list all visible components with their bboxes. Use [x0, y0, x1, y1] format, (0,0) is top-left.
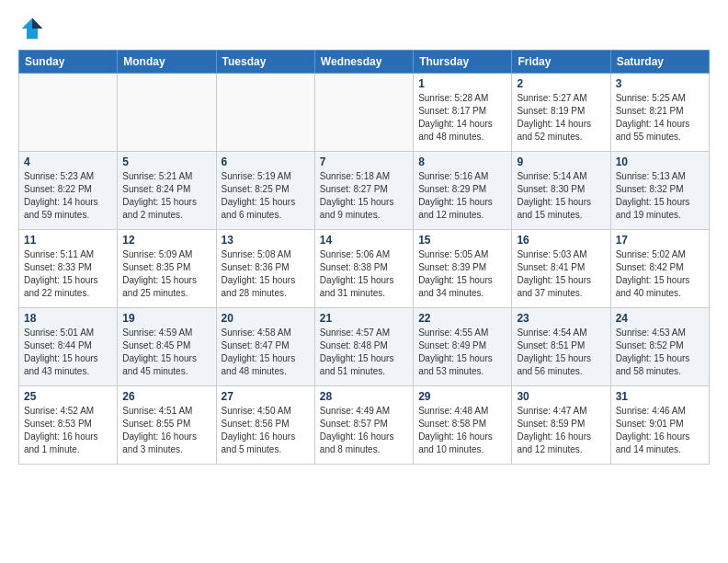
day-info: Sunrise: 4:48 AM Sunset: 8:58 PM Dayligh…: [418, 405, 506, 456]
day-number: 4: [24, 155, 112, 168]
day-info: Sunrise: 5:01 AM Sunset: 8:44 PM Dayligh…: [24, 327, 112, 378]
day-info: Sunrise: 5:05 AM Sunset: 8:39 PM Dayligh…: [418, 248, 506, 300]
day-number: 7: [320, 155, 408, 168]
day-number: 20: [222, 312, 310, 325]
calendar-cell: 18Sunrise: 5:01 AM Sunset: 8:44 PM Dayli…: [19, 308, 118, 386]
day-number: 15: [418, 234, 506, 247]
calendar-cell: 11Sunrise: 5:11 AM Sunset: 8:33 PM Dayli…: [19, 230, 118, 308]
day-number: 22: [418, 312, 506, 325]
weekday-header-wednesday: Wednesday: [314, 51, 413, 74]
calendar-cell: 16Sunrise: 5:03 AM Sunset: 8:41 PM Dayli…: [512, 230, 610, 308]
calendar-cell: [118, 74, 216, 152]
day-info: Sunrise: 4:53 AM Sunset: 8:52 PM Dayligh…: [616, 327, 704, 378]
day-number: 14: [320, 234, 408, 247]
day-info: Sunrise: 5:02 AM Sunset: 8:42 PM Dayligh…: [616, 248, 704, 300]
day-info: Sunrise: 5:25 AM Sunset: 8:21 PM Dayligh…: [616, 92, 704, 144]
weekday-header-monday: Monday: [118, 51, 216, 74]
calendar-cell: 7Sunrise: 5:18 AM Sunset: 8:27 PM Daylig…: [314, 152, 413, 230]
calendar-cell: 3Sunrise: 5:25 AM Sunset: 8:21 PM Daylig…: [610, 74, 709, 152]
day-info: Sunrise: 4:47 AM Sunset: 8:59 PM Dayligh…: [517, 405, 605, 456]
day-info: Sunrise: 5:03 AM Sunset: 8:41 PM Dayligh…: [517, 248, 605, 300]
weekday-header-friday: Friday: [512, 51, 610, 74]
calendar-cell: 31Sunrise: 4:46 AM Sunset: 9:01 PM Dayli…: [610, 386, 709, 465]
day-number: 11: [24, 234, 112, 247]
calendar-cell: 23Sunrise: 4:54 AM Sunset: 8:51 PM Dayli…: [512, 308, 610, 386]
calendar-cell: 22Sunrise: 4:55 AM Sunset: 8:49 PM Dayli…: [414, 308, 512, 386]
day-number: 26: [122, 390, 210, 403]
calendar-cell: 17Sunrise: 5:02 AM Sunset: 8:42 PM Dayli…: [610, 230, 709, 308]
day-info: Sunrise: 4:49 AM Sunset: 8:57 PM Dayligh…: [320, 405, 408, 456]
day-info: Sunrise: 5:13 AM Sunset: 8:32 PM Dayligh…: [616, 170, 704, 222]
week-row-4: 18Sunrise: 5:01 AM Sunset: 8:44 PM Dayli…: [19, 308, 710, 386]
day-info: Sunrise: 4:54 AM Sunset: 8:51 PM Dayligh…: [517, 327, 605, 378]
day-info: Sunrise: 5:23 AM Sunset: 8:22 PM Dayligh…: [24, 170, 112, 222]
calendar-cell: 10Sunrise: 5:13 AM Sunset: 8:32 PM Dayli…: [610, 152, 709, 230]
day-number: 29: [418, 390, 506, 403]
calendar-cell: 2Sunrise: 5:27 AM Sunset: 8:19 PM Daylig…: [512, 74, 610, 152]
day-number: 30: [517, 390, 605, 403]
calendar-cell: 9Sunrise: 5:14 AM Sunset: 8:30 PM Daylig…: [512, 152, 610, 230]
calendar-cell: 19Sunrise: 4:59 AM Sunset: 8:45 PM Dayli…: [118, 308, 216, 386]
calendar-cell: [19, 74, 118, 152]
day-number: 12: [122, 234, 210, 247]
day-number: 27: [222, 390, 310, 403]
weekday-header-tuesday: Tuesday: [216, 51, 314, 74]
day-number: 19: [122, 312, 210, 325]
calendar-cell: [216, 74, 314, 152]
day-info: Sunrise: 4:46 AM Sunset: 9:01 PM Dayligh…: [616, 405, 704, 456]
day-number: 25: [24, 390, 112, 403]
calendar-cell: 21Sunrise: 4:57 AM Sunset: 8:48 PM Dayli…: [314, 308, 413, 386]
weekday-header-sunday: Sunday: [19, 51, 118, 74]
calendar-cell: [314, 74, 413, 152]
logo: [18, 15, 50, 42]
day-number: 21: [320, 312, 408, 325]
day-info: Sunrise: 5:28 AM Sunset: 8:17 PM Dayligh…: [418, 92, 506, 144]
calendar-cell: 25Sunrise: 4:52 AM Sunset: 8:53 PM Dayli…: [19, 386, 118, 465]
calendar-cell: 8Sunrise: 5:16 AM Sunset: 8:29 PM Daylig…: [414, 152, 512, 230]
calendar-cell: 4Sunrise: 5:23 AM Sunset: 8:22 PM Daylig…: [19, 152, 118, 230]
day-info: Sunrise: 4:59 AM Sunset: 8:45 PM Dayligh…: [122, 327, 210, 378]
day-number: 13: [222, 234, 310, 247]
day-number: 9: [517, 155, 605, 168]
day-number: 17: [616, 234, 704, 247]
calendar-cell: 24Sunrise: 4:53 AM Sunset: 8:52 PM Dayli…: [610, 308, 709, 386]
calendar-cell: 1Sunrise: 5:28 AM Sunset: 8:17 PM Daylig…: [414, 74, 512, 152]
calendar-cell: 20Sunrise: 4:58 AM Sunset: 8:47 PM Dayli…: [216, 308, 314, 386]
day-number: 31: [616, 390, 704, 403]
day-number: 24: [616, 312, 704, 325]
week-row-5: 25Sunrise: 4:52 AM Sunset: 8:53 PM Dayli…: [19, 386, 710, 465]
day-number: 1: [418, 77, 506, 90]
day-info: Sunrise: 4:51 AM Sunset: 8:55 PM Dayligh…: [122, 405, 210, 456]
calendar-cell: 15Sunrise: 5:05 AM Sunset: 8:39 PM Dayli…: [414, 230, 512, 308]
day-info: Sunrise: 5:21 AM Sunset: 8:24 PM Dayligh…: [122, 170, 210, 222]
day-number: 16: [517, 234, 605, 247]
page-header: [18, 15, 710, 42]
calendar-table: SundayMondayTuesdayWednesdayThursdayFrid…: [18, 50, 710, 465]
weekday-header-thursday: Thursday: [414, 51, 512, 74]
day-number: 8: [418, 155, 506, 168]
day-info: Sunrise: 5:06 AM Sunset: 8:38 PM Dayligh…: [320, 248, 408, 300]
day-info: Sunrise: 5:14 AM Sunset: 8:30 PM Dayligh…: [517, 170, 605, 222]
calendar-cell: 30Sunrise: 4:47 AM Sunset: 8:59 PM Dayli…: [512, 386, 610, 465]
day-number: 10: [616, 155, 704, 168]
day-info: Sunrise: 5:16 AM Sunset: 8:29 PM Dayligh…: [418, 170, 506, 222]
day-info: Sunrise: 5:19 AM Sunset: 8:25 PM Dayligh…: [222, 170, 310, 222]
calendar-cell: 26Sunrise: 4:51 AM Sunset: 8:55 PM Dayli…: [118, 386, 216, 465]
day-number: 23: [517, 312, 605, 325]
logo-icon: [18, 15, 46, 42]
weekday-header-row: SundayMondayTuesdayWednesdayThursdayFrid…: [19, 51, 710, 74]
day-info: Sunrise: 5:18 AM Sunset: 8:27 PM Dayligh…: [320, 170, 408, 222]
day-info: Sunrise: 5:11 AM Sunset: 8:33 PM Dayligh…: [24, 248, 112, 300]
week-row-1: 1Sunrise: 5:28 AM Sunset: 8:17 PM Daylig…: [19, 74, 710, 152]
day-number: 5: [122, 155, 210, 168]
week-row-3: 11Sunrise: 5:11 AM Sunset: 8:33 PM Dayli…: [19, 230, 710, 308]
day-info: Sunrise: 5:27 AM Sunset: 8:19 PM Dayligh…: [517, 92, 605, 144]
day-number: 3: [616, 77, 704, 90]
day-info: Sunrise: 5:08 AM Sunset: 8:36 PM Dayligh…: [222, 248, 310, 300]
day-number: 18: [24, 312, 112, 325]
week-row-2: 4Sunrise: 5:23 AM Sunset: 8:22 PM Daylig…: [19, 152, 710, 230]
calendar-cell: 27Sunrise: 4:50 AM Sunset: 8:56 PM Dayli…: [216, 386, 314, 465]
day-info: Sunrise: 4:58 AM Sunset: 8:47 PM Dayligh…: [222, 327, 310, 378]
day-info: Sunrise: 4:55 AM Sunset: 8:49 PM Dayligh…: [418, 327, 506, 378]
day-info: Sunrise: 4:50 AM Sunset: 8:56 PM Dayligh…: [222, 405, 310, 456]
